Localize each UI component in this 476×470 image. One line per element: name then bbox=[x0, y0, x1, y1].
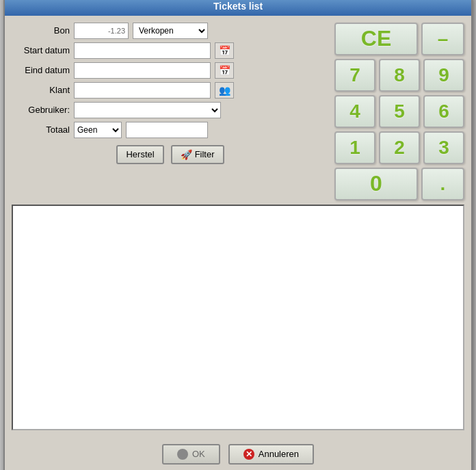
calendar-icon-2: 📅 bbox=[219, 65, 230, 76]
totaal-compare-select[interactable]: Geen >= <= = bbox=[74, 122, 122, 138]
numpad-5-button[interactable]: 5 bbox=[379, 95, 420, 128]
ok-button[interactable]: OK bbox=[162, 444, 220, 465]
numpad-row-ce: CE – bbox=[334, 23, 464, 55]
start-datum-calendar-button[interactable]: 📅 bbox=[215, 42, 234, 59]
ok-icon bbox=[177, 449, 188, 460]
klant-row: Klant 👥 bbox=[12, 82, 329, 99]
dialog-body: Bon Verkopen Kopen Alle Start datum 📅 bbox=[5, 16, 471, 471]
cancel-icon: ✕ bbox=[243, 449, 254, 460]
annuleren-button[interactable]: ✕ Annuleren bbox=[228, 444, 314, 465]
bon-input[interactable] bbox=[74, 23, 129, 39]
numpad-row-456: 4 5 6 bbox=[334, 95, 464, 128]
dialog-title: Tickets list bbox=[5, 0, 471, 16]
tickets-list-dialog: Tickets list Bon Verkopen Kopen Alle St bbox=[3, 0, 473, 470]
klant-input[interactable] bbox=[74, 82, 211, 99]
ce-button[interactable]: CE bbox=[334, 23, 418, 55]
rocket-icon: 🚀 bbox=[181, 149, 192, 160]
bottom-buttons-row: OK ✕ Annuleren bbox=[12, 439, 464, 467]
minus-button[interactable]: – bbox=[421, 23, 464, 55]
numpad-row-0dot: 0 . bbox=[334, 168, 464, 200]
filter-button[interactable]: 🚀 Filter bbox=[171, 145, 224, 164]
start-datum-label: Start datum bbox=[12, 45, 70, 55]
bon-row: Bon Verkopen Kopen Alle bbox=[12, 23, 329, 39]
klant-person-button[interactable]: 👥 bbox=[215, 82, 234, 99]
eind-datum-input[interactable] bbox=[74, 62, 211, 79]
gebruiker-label: Gebruiker: bbox=[12, 105, 70, 115]
numpad-dot-button[interactable]: . bbox=[421, 168, 464, 200]
calendar-icon: 📅 bbox=[219, 45, 230, 56]
top-section: Bon Verkopen Kopen Alle Start datum 📅 bbox=[12, 23, 464, 200]
eind-datum-row: Eind datum 📅 bbox=[12, 62, 329, 79]
numpad-row-123: 1 2 3 bbox=[334, 131, 464, 164]
klant-label: Klant bbox=[12, 85, 70, 95]
numpad-7-button[interactable]: 7 bbox=[334, 59, 375, 92]
numpad-9-button[interactable]: 9 bbox=[423, 59, 464, 92]
ticket-list-area bbox=[12, 205, 464, 430]
people-icon: 👥 bbox=[219, 85, 230, 96]
numpad-8-button[interactable]: 8 bbox=[379, 59, 420, 92]
numpad-2-button[interactable]: 2 bbox=[379, 131, 420, 164]
numpad-6-button[interactable]: 6 bbox=[423, 95, 464, 128]
totaal-value-input[interactable] bbox=[126, 122, 208, 138]
numpad-1-button[interactable]: 1 bbox=[334, 131, 375, 164]
start-datum-row: Start datum 📅 bbox=[12, 42, 329, 59]
totaal-label: Totaal bbox=[12, 125, 70, 135]
numpad: CE – 7 8 9 4 5 6 1 2 bbox=[334, 23, 464, 200]
numpad-0-button[interactable]: 0 bbox=[334, 168, 418, 200]
totaal-row: Totaal Geen >= <= = bbox=[12, 122, 329, 138]
bon-label: Bon bbox=[12, 25, 70, 36]
start-datum-input[interactable] bbox=[74, 42, 211, 59]
action-row: Herstel 🚀 Filter bbox=[12, 142, 329, 168]
gebruiker-select[interactable] bbox=[74, 102, 221, 118]
form-area: Bon Verkopen Kopen Alle Start datum 📅 bbox=[12, 23, 329, 200]
eind-datum-calendar-button[interactable]: 📅 bbox=[215, 62, 234, 79]
numpad-4-button[interactable]: 4 bbox=[334, 95, 375, 128]
numpad-row-789: 7 8 9 bbox=[334, 59, 464, 92]
eind-datum-label: Eind datum bbox=[12, 65, 70, 75]
verkopen-select[interactable]: Verkopen Kopen Alle bbox=[133, 23, 208, 39]
numpad-3-button[interactable]: 3 bbox=[423, 131, 464, 164]
herstel-button[interactable]: Herstel bbox=[116, 145, 163, 164]
gebruiker-row: Gebruiker: bbox=[12, 102, 329, 118]
